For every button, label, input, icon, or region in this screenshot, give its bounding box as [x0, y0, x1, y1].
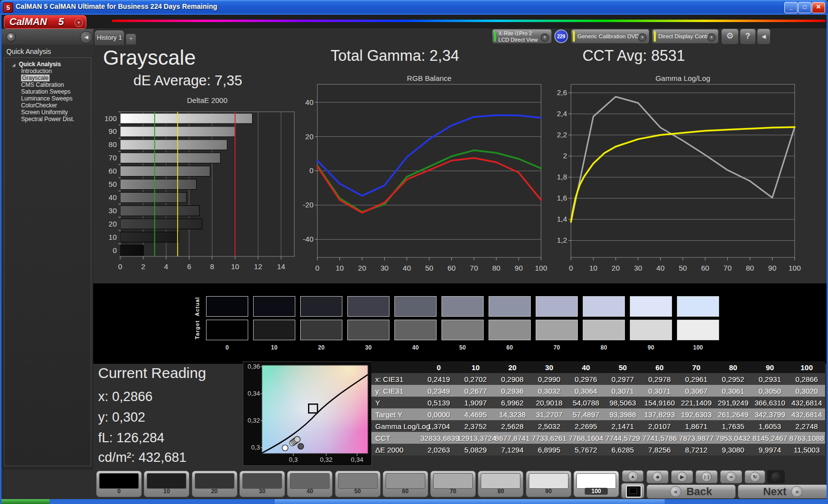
workflow-radio-icon[interactable] — [6, 32, 16, 42]
table-row: Target Y0,00004,469514,323831,270757,489… — [371, 408, 825, 420]
sidebar-item-screen-uniformity[interactable]: Screen Uniformity — [4, 109, 91, 116]
meter-status-bar — [494, 31, 496, 42]
pattern-up-button[interactable]: ▲ — [622, 470, 644, 482]
target-swatch-100 — [677, 320, 719, 340]
svg-text:10: 10 — [589, 264, 597, 272]
svg-text:-20: -20 — [303, 201, 313, 209]
pattern-button-80[interactable]: 80 — [478, 471, 523, 497]
target-swatch-90 — [630, 320, 672, 340]
swatch-column-label: 100 — [677, 344, 719, 351]
panel-collapse-icon[interactable]: ◀ — [757, 28, 771, 45]
table-header-row: 0102030405060708090100 — [371, 361, 825, 373]
logo-dropdown-icon[interactable]: ▼ — [75, 19, 83, 27]
brand-row: CalMAN 5 ▼ — [1, 15, 827, 28]
next-button[interactable]: Next » — [738, 484, 828, 499]
minimize-icon[interactable]: _ — [784, 2, 798, 13]
swatch-column-label: 40 — [394, 344, 437, 351]
logo-text: CalMAN — [9, 16, 47, 27]
swatch-column-label: 30 — [347, 344, 389, 351]
tree-root[interactable]: ◢ Quick Analysis — [4, 58, 91, 68]
help-icon[interactable]: ? — [740, 28, 756, 45]
meter-dropdown[interactable]: X-Rite i1Pro 2 LCD Direct View ▼ — [492, 29, 552, 44]
swatch-column-label: 70 — [536, 344, 578, 351]
target-swatch-0 — [206, 320, 248, 340]
tab-history[interactable]: History 1 — [94, 30, 125, 45]
svg-text:0,34: 0,34 — [248, 390, 260, 397]
add-tab-button[interactable]: + — [126, 33, 136, 45]
continuous-button[interactable]: ∞ — [720, 470, 742, 483]
sidebar-item-introduction[interactable]: Introduction — [4, 68, 91, 75]
svg-text:0: 0 — [113, 246, 117, 254]
svg-text:0,32: 0,32 — [320, 456, 332, 463]
play-button[interactable]: ▶ — [671, 470, 693, 483]
reading-x: x: 0,2866 — [98, 389, 153, 404]
svg-text:70: 70 — [724, 264, 732, 272]
svg-text:20: 20 — [612, 264, 620, 272]
svg-text:0,3: 0,3 — [289, 456, 298, 463]
sidebar-collapse-icon[interactable]: ◀ — [80, 31, 93, 44]
reading-cdm2: cd/m²: 432,681 — [98, 450, 186, 465]
pattern-bar: 0102030405060708090100 ▲ ■ ▶ [··] ∞ ↻ « … — [93, 470, 828, 499]
sidebar-item-saturation-sweeps[interactable]: Saturation Sweeps — [4, 89, 91, 96]
page-title: Grayscale — [103, 46, 196, 70]
calman-logo-menu[interactable]: CalMAN 5 ▼ — [4, 15, 86, 29]
pattern-button-100[interactable]: 100 — [573, 471, 619, 497]
display-control-dropdown[interactable]: Direct Display Control ▼ — [652, 29, 719, 44]
svg-text:0,32: 0,32 — [248, 417, 260, 424]
target-swatch-70 — [536, 320, 578, 340]
status-led — [767, 470, 785, 483]
pattern-button-60[interactable]: 60 — [383, 471, 428, 497]
meter-badge[interactable]: 229 — [554, 29, 568, 43]
stop-button[interactable]: ■ — [647, 470, 669, 483]
gear-icon[interactable]: ⚙ — [721, 28, 739, 45]
sidebar-item-colorchecker[interactable]: ColorChecker — [4, 102, 91, 109]
target-swatch-80 — [583, 320, 625, 340]
close-icon[interactable]: ✕ — [812, 2, 825, 13]
svg-text:RGB Balance: RGB Balance — [407, 74, 452, 82]
actual-row-label: Actual — [194, 296, 201, 317]
chevron-down-icon[interactable]: ▼ — [707, 33, 716, 42]
source-status-bar — [573, 31, 575, 42]
source-dropdown[interactable]: Generic Calibration DVD ▼ — [571, 29, 649, 44]
chevron-down-icon[interactable]: ▼ — [638, 33, 647, 42]
title-bar: 5 CalMAN 5 CalMAN Ultimate for Business … — [0, 0, 828, 15]
target-swatch-20 — [300, 320, 342, 340]
pattern-button-40[interactable]: 40 — [287, 471, 333, 497]
svg-text:12: 12 — [254, 262, 262, 271]
swatch-column-label: 0 — [206, 344, 248, 351]
pattern-button-0[interactable]: 0 — [96, 471, 142, 497]
sidebar-item-grayscale[interactable]: Grayscale — [4, 75, 91, 82]
deltae-bar-chart: DeltaE 200002468101214100908070605040302… — [96, 93, 297, 275]
restore-icon[interactable]: □ — [798, 2, 811, 13]
logo-number: 5 — [58, 16, 64, 27]
frame-step-button[interactable]: [··] — [696, 470, 718, 483]
pattern-button-10[interactable]: 10 — [144, 471, 189, 497]
svg-text:80: 80 — [108, 140, 117, 149]
sidebar-item-spectral-power-dist-[interactable]: Spectral Power Dist. — [4, 116, 91, 123]
svg-text:2: 2 — [563, 151, 567, 160]
back-button[interactable]: « Back — [647, 484, 736, 499]
pattern-button-90[interactable]: 90 — [526, 471, 571, 497]
expander-icon: ◢ — [12, 63, 15, 67]
meter-name: X-Rite i1Pro 2 — [498, 30, 538, 37]
pattern-button-20[interactable]: 20 — [192, 471, 237, 497]
chevron-down-icon[interactable]: ▼ — [541, 33, 549, 42]
window-pattern-button[interactable] — [621, 483, 645, 499]
svg-text:1,8: 1,8 — [557, 173, 567, 181]
pattern-button-50[interactable]: 50 — [335, 471, 381, 497]
svg-text:60: 60 — [701, 264, 709, 272]
pattern-button-70[interactable]: 70 — [430, 471, 476, 497]
svg-text:4: 4 — [164, 262, 168, 271]
window-pattern-icon — [626, 485, 642, 498]
current-reading-title: Current Reading — [98, 365, 206, 381]
sidebar-item-luminance-sweeps[interactable]: Luminance Sweeps — [4, 96, 91, 102]
svg-text:30: 30 — [108, 206, 117, 215]
pattern-button-30[interactable]: 30 — [239, 471, 285, 497]
loop-button[interactable]: ↻ — [745, 470, 765, 483]
svg-text:60: 60 — [108, 167, 117, 175]
svg-text:20: 20 — [305, 132, 313, 141]
svg-text:80: 80 — [492, 264, 500, 272]
sidebar-item-cms-calibration[interactable]: CMS Calibration — [4, 82, 91, 89]
actual-swatch-70 — [536, 296, 578, 317]
svg-text:0: 0 — [315, 264, 319, 272]
